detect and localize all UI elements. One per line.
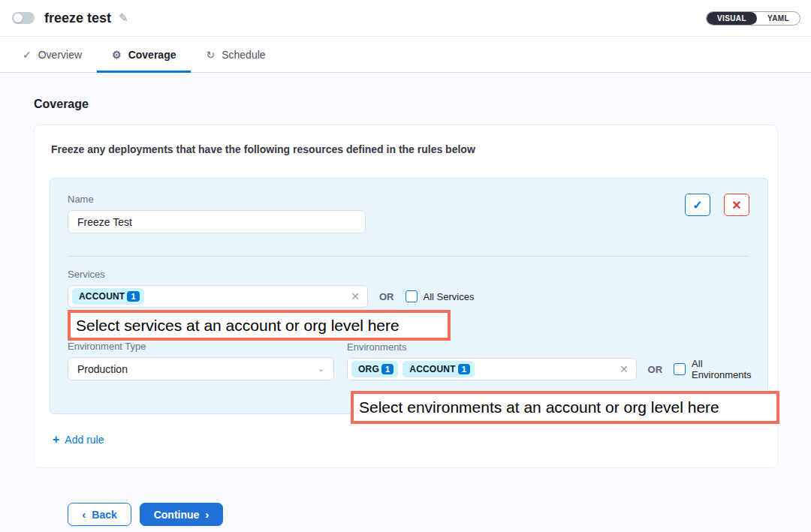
panel-divider — [68, 256, 749, 257]
rule-panel: Name Freeze Test ✓ ✕ Services — [50, 178, 768, 414]
services-annotation: Select services at an account or org lev… — [68, 310, 451, 341]
environments-label: Environments — [347, 341, 762, 353]
tab-overview[interactable]: ✓ Overview — [8, 37, 97, 72]
continue-label: Continue — [154, 509, 200, 521]
environment-type-select[interactable]: Production ⌄ — [68, 357, 334, 380]
tag-text: ACCOUNT — [409, 364, 455, 374]
services-label: Services — [68, 269, 749, 280]
services-or-label: OR — [379, 291, 394, 302]
page-title: freeze test — [44, 11, 111, 26]
environments-or-label: OR — [648, 364, 663, 375]
environments-annotation: Select environments at an account or org… — [351, 391, 779, 424]
environment-type-group: Environment Type Production ⌄ — [68, 341, 334, 380]
tag-text: ACCOUNT — [79, 291, 125, 302]
tag-count-badge: 1 — [381, 364, 393, 374]
services-input[interactable]: ACCOUNT 1 ✕ — [68, 285, 368, 308]
chevron-down-icon: ⌄ — [318, 364, 324, 374]
tab-bar: ✓ Overview ⚙ Coverage ↻ Schedule — [0, 37, 811, 73]
continue-button[interactable]: Continue › — [140, 503, 223, 526]
environments-group: Environments ORG 1 ACCOUNT 1 ✕ — [347, 341, 762, 380]
freeze-enable-toggle[interactable] — [12, 12, 35, 24]
environment-type-label: Environment Type — [68, 341, 334, 352]
visual-mode-button[interactable]: VISUAL — [707, 12, 757, 25]
footer: ‹ Back Continue › — [68, 503, 778, 526]
back-button[interactable]: ‹ Back — [68, 503, 131, 526]
tab-schedule[interactable]: ↻ Schedule — [191, 37, 280, 72]
yaml-mode-button[interactable]: YAML — [757, 12, 800, 25]
plus-icon: + — [53, 434, 59, 446]
name-input[interactable]: Freeze Test — [68, 210, 366, 233]
all-environments-label: All Environments — [692, 358, 762, 380]
confirm-rule-button[interactable]: ✓ — [685, 194, 710, 216]
header: freeze test ✎ VISUAL YAML — [0, 0, 811, 37]
environment-tag-org[interactable]: ORG 1 — [351, 361, 398, 377]
tag-count-badge: 1 — [458, 364, 470, 374]
continue-arrow-icon: › — [205, 508, 209, 521]
back-label: Back — [92, 509, 116, 521]
tag-count-badge: 1 — [127, 291, 139, 302]
check-icon: ✓ — [23, 50, 32, 60]
tag-text: ORG — [358, 364, 379, 374]
all-environments-checkbox[interactable] — [674, 363, 686, 375]
tab-coverage-label: Coverage — [128, 49, 176, 61]
cancel-rule-button[interactable]: ✕ — [724, 194, 749, 216]
environment-type-value: Production — [77, 363, 128, 375]
gear-icon: ⚙ — [112, 50, 122, 60]
schedule-icon: ↻ — [206, 50, 215, 60]
edit-title-icon[interactable]: ✎ — [119, 11, 128, 25]
tab-coverage[interactable]: ⚙ Coverage — [97, 37, 191, 72]
clear-services-icon[interactable]: ✕ — [351, 290, 360, 302]
tab-overview-label: Overview — [38, 49, 82, 61]
rule-actions: ✓ ✕ — [685, 194, 749, 216]
visual-yaml-toggle[interactable]: VISUAL YAML — [706, 11, 800, 26]
add-rule-button[interactable]: + Add rule — [53, 434, 104, 446]
environment-tag-account[interactable]: ACCOUNT 1 — [402, 361, 475, 377]
name-label: Name — [68, 194, 366, 205]
all-services-label: All Services — [424, 291, 475, 302]
service-tag-account[interactable]: ACCOUNT 1 — [72, 288, 144, 305]
content-area: Coverage Freeze any deployments that hav… — [0, 73, 811, 526]
back-arrow-icon: ‹ — [82, 508, 86, 521]
name-field-group: Name Freeze Test — [68, 194, 366, 233]
add-rule-label: Add rule — [65, 434, 104, 446]
all-services-checkbox[interactable] — [406, 290, 418, 302]
coverage-card: Freeze any deployments that have the fol… — [34, 125, 778, 468]
section-title: Coverage — [34, 98, 778, 111]
tab-schedule-label: Schedule — [222, 49, 265, 61]
close-icon: ✕ — [731, 198, 741, 212]
clear-environments-icon[interactable]: ✕ — [620, 363, 629, 375]
toggle-knob — [14, 14, 23, 23]
check-icon: ✓ — [692, 198, 702, 212]
environments-input[interactable]: ORG 1 ACCOUNT 1 ✕ — [347, 358, 637, 380]
intro-text: Freeze any deployments that have the fol… — [50, 143, 768, 155]
